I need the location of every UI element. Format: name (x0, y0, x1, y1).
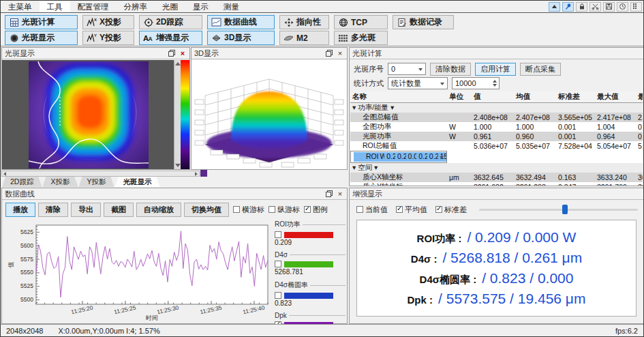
pin-icon[interactable] (562, 2, 574, 12)
toolbar-button-target[interactable]: 2D跟踪 (139, 15, 202, 29)
dock-tab[interactable]: 2D跟踪 (2, 177, 42, 187)
table-row[interactable]: 质心X轴坐标μm3632.6453632.4940.1633633.240363… (350, 173, 643, 182)
toolbar-button-globe[interactable]: TCP (334, 15, 388, 29)
table-group-row[interactable]: ▾ 空间 ▾ (350, 163, 643, 173)
menu-item[interactable]: 工具 (40, 1, 70, 12)
table-row[interactable]: ROI总幅值5.036e+075.035e+077.528e+045.054e+… (350, 141, 643, 151)
table-cell: 2.407e+08 (514, 113, 556, 122)
toolbar-button-label: 2D跟踪 (156, 16, 183, 28)
column-header[interactable]: 值 (472, 91, 514, 103)
toolbar-button-direction[interactable]: 指向性 (279, 15, 329, 29)
float-window-icon[interactable] (325, 49, 333, 57)
table-cell: ROI总幅值 (350, 141, 447, 151)
surface-3d-area[interactable] (191, 60, 347, 169)
clock-icon[interactable] (617, 2, 628, 12)
toolbar: 光斑计算XX投影2D跟踪数据曲线指向性TCP数据记录 光斑显示YY投影AA增强显… (1, 14, 643, 46)
curve-button[interactable]: 清除 (38, 203, 68, 217)
column-header[interactable]: 均值 (514, 91, 556, 103)
spot-vertical-scrollbar[interactable] (174, 60, 181, 169)
column-header[interactable]: 标准差 (556, 91, 595, 103)
table-cell: 3632.494 (514, 173, 556, 182)
column-header[interactable]: 名称 (350, 91, 447, 103)
scissors-icon[interactable] (589, 2, 601, 12)
curve-button[interactable]: 截图 (104, 203, 134, 217)
table-cell: W (447, 122, 472, 132)
table-row[interactable]: 全图总幅值2.408e+082.407e+083.565e+052.417e+0… (350, 113, 643, 122)
seq-select[interactable]: 0 (388, 63, 426, 75)
table-cell: 0.957 (636, 132, 643, 141)
curve-checkbox-unchecked[interactable]: 纵游标 (269, 205, 300, 215)
dock-tab[interactable]: X投影 (42, 177, 78, 187)
enhanced-slider[interactable] (479, 205, 638, 214)
table-row[interactable]: 全图功率W1.0001.0000.0011.0040.996151 (350, 122, 643, 132)
column-header[interactable]: 最大值 (595, 91, 636, 103)
menu-item[interactable]: 显示 (185, 1, 216, 12)
readout-label: Dpk : (408, 294, 433, 306)
curve-button[interactable]: 切换均值 (184, 203, 229, 217)
legend-checkbox[interactable] (275, 231, 281, 238)
toolbar-button-multi[interactable]: 多光斑 (334, 31, 388, 45)
close-icon[interactable]: × (336, 49, 344, 57)
column-header[interactable]: 单位 (447, 91, 472, 103)
table-row[interactable]: ROI功率W0.2090.2090.0000.2100.208151 (350, 151, 447, 163)
stat-mode-select[interactable]: 统计数量 (388, 77, 448, 89)
table-cell: 3291.283 (514, 182, 556, 186)
svg-text:5625: 5625 (20, 229, 33, 235)
toolbar-button-record[interactable]: 数据记录 (393, 15, 454, 29)
breakpoint-button[interactable]: 断点采集 (520, 63, 561, 76)
toolbar-button-curvebox[interactable]: 数据曲线 (207, 15, 275, 29)
menu-item[interactable]: 主菜单 (1, 1, 40, 12)
table-row[interactable]: 质心Y轴坐标μm3291.6323291.2830.3473291.769328… (350, 182, 643, 186)
status-position: X:0.00um,Y:0.00um I:4; 1.57% (58, 327, 159, 335)
toolbar-button-spot[interactable]: 光斑显示 (5, 31, 78, 45)
close-icon[interactable]: × (179, 49, 187, 57)
float-window-icon[interactable] (325, 190, 333, 198)
dock-tab[interactable]: Y投影 (78, 177, 114, 187)
toolbar-button-aa[interactable]: AA增强显示 (139, 31, 202, 45)
slider-handle[interactable] (562, 205, 568, 214)
toolbar-button-label: 数据记录 (410, 16, 442, 28)
menu-item[interactable]: 测量 (216, 1, 247, 12)
curve-button[interactable]: 导出 (71, 203, 101, 217)
table-cell: 0.209 (384, 152, 395, 162)
toolbar-button-lens[interactable]: M2 (279, 31, 329, 45)
enable-calc-button[interactable]: 启用计算 (475, 63, 516, 76)
table-group-row[interactable]: ▾ 功率/能量 ▾ (350, 103, 643, 113)
toolbar-button-projx[interactable]: XX投影 (82, 15, 134, 29)
dock-tab[interactable]: 光斑显示 (114, 177, 159, 187)
table-row[interactable]: 光斑功率W0.9610.9600.0010.9640.957151 (350, 132, 643, 141)
spot-image-area[interactable] (2, 60, 189, 169)
legend-checkbox[interactable] (275, 261, 281, 267)
record-icon (397, 17, 407, 27)
toolbar-button-d3[interactable]: 3D显示 (207, 31, 275, 45)
collapse-icon[interactable] (549, 2, 560, 12)
table-cell: 3291.632 (472, 182, 514, 186)
close-icon[interactable]: × (336, 190, 344, 198)
clear-data-button[interactable]: 清除数据 (430, 63, 471, 76)
legend-group: ROI功率0.209 (275, 220, 346, 246)
table-cell: 3.565e+05 (556, 113, 595, 122)
curve-button[interactable]: 播放 (5, 203, 35, 217)
menu-item[interactable]: 配置管理 (70, 1, 117, 12)
toolbar-button-calc[interactable]: 光斑计算 (5, 15, 78, 29)
column-header[interactable]: 最小值 (636, 91, 643, 103)
enhanced-checkbox-unchecked[interactable]: 当前值 (356, 205, 388, 215)
curve-checkbox-unchecked[interactable]: 横游标 (233, 205, 264, 215)
menu-item[interactable]: 光圈 (155, 1, 185, 12)
stat-count-spinner[interactable]: 10000 (452, 77, 500, 89)
legend-label: Dpk (275, 312, 287, 319)
curve-chart[interactable]: 55005525555055755600562511:25:2011:25:25… (5, 218, 273, 322)
grid-icon[interactable] (630, 2, 642, 12)
enhanced-checkbox-checked[interactable]: 标准差 (435, 205, 467, 215)
curve-button[interactable]: 自动缩放 (136, 203, 181, 217)
enhanced-checkbox-checked[interactable]: 平均值 (396, 205, 427, 215)
lock-icon[interactable] (576, 2, 587, 12)
toolbar-button-label: 光斑计算 (22, 16, 55, 28)
curve-checkbox-checked[interactable]: 图例 (304, 205, 328, 215)
legend-checkbox[interactable] (275, 292, 281, 299)
horizontal-scrollbar[interactable] (1, 171, 200, 177)
toolbar-button-projy[interactable]: YY投影 (82, 31, 134, 45)
float-window-icon[interactable] (168, 49, 176, 57)
save-icon[interactable] (603, 2, 615, 12)
menu-item[interactable]: 分辨率 (117, 1, 155, 12)
